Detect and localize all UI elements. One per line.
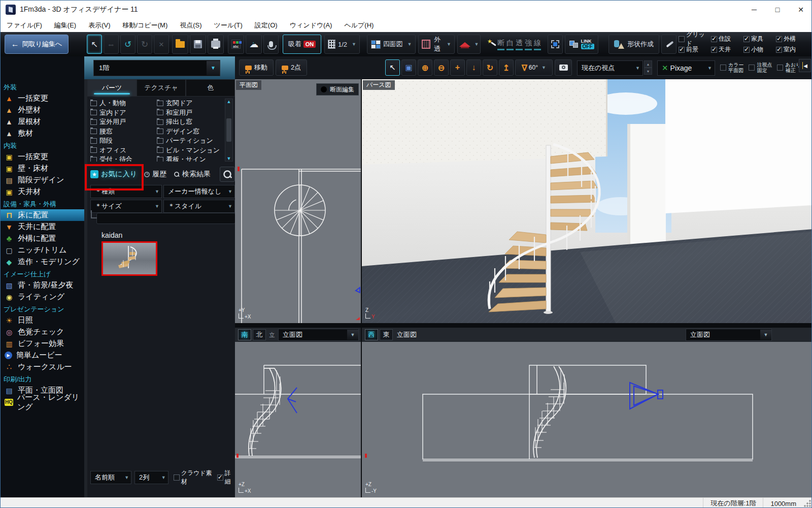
- display-checkbox[interactable]: 天井: [711, 44, 743, 55]
- grid-scale-dropdown[interactable]: 1/2 ▼: [324, 35, 360, 54]
- direction-button[interactable]: 西: [365, 329, 378, 340]
- sidebar-item[interactable]: ▼ 天井に配置: [1, 221, 84, 233]
- category-checkbox[interactable]: デザイン窓: [157, 127, 223, 137]
- print-button[interactable]: [208, 35, 224, 54]
- view-option-checkbox[interactable]: カラー 平面図: [720, 62, 743, 74]
- menu-item[interactable]: ヘルプ(H): [338, 19, 380, 32]
- section-toggle[interactable]: 線: [534, 39, 541, 50]
- fov-dropdown[interactable]: ∇ 60° ▼: [515, 59, 553, 76]
- open-file-button[interactable]: [172, 35, 188, 54]
- close-button[interactable]: ✕: [789, 1, 812, 19]
- roof-display-dropdown[interactable]: ▼: [457, 35, 481, 54]
- elevation-type-dropdown[interactable]: 立面図 ▼: [686, 329, 772, 341]
- south-elevation-viewport[interactable]: +Z +X: [235, 342, 361, 497]
- delete-button[interactable]: ×: [154, 35, 169, 54]
- redo-button[interactable]: ↻: [137, 35, 152, 54]
- direction-button[interactable]: 南: [238, 329, 251, 340]
- menu-item[interactable]: 視点(S): [174, 19, 208, 32]
- render-engine-dropdown[interactable]: ✕ Pixage ▼: [657, 60, 715, 76]
- history-button[interactable]: 履歴: [144, 170, 166, 179]
- view-option-checkbox[interactable]: 注視点 固定: [749, 62, 772, 74]
- elevation-mode-icon[interactable]: 立: [268, 329, 276, 340]
- maximize-button[interactable]: □: [766, 1, 789, 19]
- section-toggle[interactable]: 断: [497, 39, 504, 50]
- category-checkbox[interactable]: ビル・マンション: [157, 146, 223, 155]
- plan-viewport[interactable]: 平面図 断面編集: [235, 79, 361, 323]
- menu-item[interactable]: ツール(T): [208, 19, 249, 32]
- orbit-button[interactable]: ↻: [483, 59, 497, 76]
- four-view-dropdown[interactable]: 四面図 ▼: [367, 35, 416, 54]
- pen-tool-button[interactable]: [661, 35, 676, 54]
- category-checkbox[interactable]: 室外用戸: [90, 117, 157, 127]
- sidebar-item[interactable]: ◉ ライティング: [1, 291, 84, 303]
- section-toggle[interactable]: 白: [506, 39, 514, 50]
- back-to-floorplan-button[interactable]: ← 間取り編集へ: [5, 35, 69, 54]
- sidebar-item[interactable]: ▥ ビフォー効果: [1, 338, 84, 350]
- display-checkbox[interactable]: 家具: [743, 34, 776, 44]
- elevation-type-dropdown[interactable]: 立面図 ▼: [278, 329, 359, 341]
- parts-item[interactable]: kaidan: [90, 231, 235, 276]
- select-tool-button[interactable]: ↖: [87, 35, 102, 54]
- sidebar-item[interactable]: ▣ 一括変更: [1, 151, 84, 163]
- sidebar-item[interactable]: ▣ 壁・床材: [1, 163, 84, 174]
- columns-dropdown[interactable]: 2列 ▼: [134, 471, 168, 484]
- selection-frame-button[interactable]: [548, 35, 563, 54]
- sort-dropdown[interactable]: 名前順 ▼: [90, 471, 131, 484]
- display-checkbox[interactable]: グリッド: [679, 34, 711, 44]
- display-checkbox[interactable]: 室内: [776, 44, 808, 55]
- scroll-up-icon[interactable]: ▲: [227, 99, 231, 104]
- view-option-checkbox[interactable]: あおり 補正: [777, 62, 801, 74]
- spinner-down-icon[interactable]: ▼: [644, 68, 652, 75]
- category-checkbox[interactable]: パーティション: [157, 136, 223, 146]
- right-panel-collapse-button[interactable]: ◀: [799, 59, 811, 72]
- exterior-transparent-dropdown[interactable]: 外透 ▼: [418, 35, 455, 54]
- category-path-box[interactable]: [96, 213, 235, 224]
- sidebar-item[interactable]: ▲ 屋根材: [1, 116, 84, 128]
- filter-dropdown[interactable]: ＊種類 ▼: [90, 185, 162, 198]
- resize-grip[interactable]: [803, 499, 811, 507]
- section-toggle[interactable]: 透: [516, 39, 523, 50]
- category-checkbox[interactable]: 室内ドア: [90, 108, 157, 118]
- minimize-button[interactable]: ─: [742, 1, 766, 19]
- search-results-button[interactable]: 検索結果: [174, 170, 211, 179]
- sidebar-item[interactable]: ▣ 天井材: [1, 186, 84, 198]
- zoom-in-button[interactable]: ⊕: [418, 59, 432, 76]
- filter-dropdown[interactable]: ＊スタイル ▼: [163, 200, 235, 213]
- cloud-material-checkbox[interactable]: クラウド素材: [174, 469, 214, 486]
- move-tool-button[interactable]: ⇔: [104, 35, 119, 54]
- filter-dropdown[interactable]: ＊サイズ ▼: [90, 200, 162, 213]
- direction-button[interactable]: 東: [380, 329, 393, 340]
- favorites-button[interactable]: ★ お気に入り: [90, 170, 137, 179]
- category-checkbox[interactable]: オフィス: [90, 146, 157, 155]
- parts-tab[interactable]: テクスチャ: [137, 79, 186, 97]
- parts-item-thumbnail[interactable]: [101, 241, 157, 276]
- category-checkbox[interactable]: 人・動物: [90, 99, 157, 108]
- category-checkbox[interactable]: 和室用戸: [157, 108, 223, 118]
- save-button[interactable]: [190, 35, 206, 54]
- camera-move-button[interactable]: 移動: [239, 59, 274, 76]
- category-checkbox[interactable]: 掃出し窓: [157, 117, 223, 127]
- camera-height-button[interactable]: ↓: [466, 59, 481, 76]
- category-checkbox[interactable]: 階段: [90, 136, 157, 146]
- parts-tab[interactable]: パーツ: [87, 79, 137, 97]
- snap-toggle-button[interactable]: 吸着 ON: [283, 35, 321, 54]
- west-elevation-viewport[interactable]: +Z -Y: [362, 342, 812, 497]
- shape-create-button[interactable]: 形状作成: [608, 35, 659, 54]
- display-checkbox[interactable]: 外構: [776, 34, 808, 44]
- sidebar-item[interactable]: ☀ 日照: [1, 314, 84, 326]
- scrollbar-thumb[interactable]: [226, 118, 231, 142]
- section-toggle[interactable]: 強: [525, 39, 532, 50]
- display-checkbox[interactable]: 住設: [711, 34, 743, 44]
- sidebar-item[interactable]: ▲ 外壁材: [1, 104, 84, 116]
- detail-checkbox[interactable]: 詳細: [217, 469, 235, 486]
- search-button[interactable]: [220, 167, 235, 182]
- menu-item[interactable]: 編集(E): [48, 19, 82, 32]
- view-preset-dropdown[interactable]: 現在の視点 ▼: [577, 60, 643, 76]
- menu-item[interactable]: ファイル(F): [1, 19, 48, 32]
- direction-button[interactable]: 北: [253, 329, 266, 340]
- sidebar-item[interactable]: ▶ 簡単ムービー: [1, 350, 84, 361]
- sidebar-item[interactable]: ◆ 造作・モデリング: [1, 256, 84, 268]
- link-toggle-button[interactable]: LINK OFF: [565, 35, 598, 54]
- category-scrollbar[interactable]: ▲ ▼: [225, 99, 233, 162]
- camera-elevate-button[interactable]: ↥: [499, 59, 514, 76]
